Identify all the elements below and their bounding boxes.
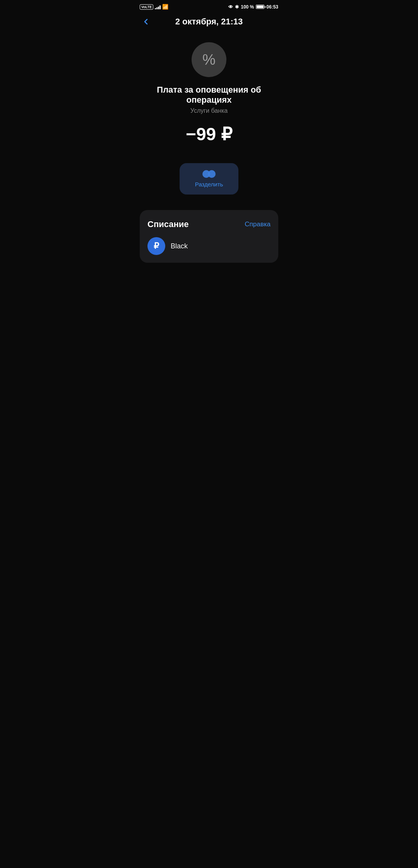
split-label: Разделить <box>195 181 223 188</box>
svg-point-1 <box>208 170 216 178</box>
bottom-space <box>134 263 284 340</box>
debit-account: ₽ Black <box>147 237 271 255</box>
battery-percent: 100 % <box>241 4 254 10</box>
bluetooth-icon: ✱ <box>235 4 239 10</box>
merchant-name: Плата за оповещения об операциях <box>141 85 277 105</box>
help-link[interactable]: Справка <box>245 220 271 228</box>
status-bar: VoLTE 📶 👁 ✱ 100 % 06:53 <box>134 0 284 12</box>
status-left: VoLTE 📶 <box>140 4 168 10</box>
volte-badge: VoLTE <box>140 4 153 10</box>
signal-bars <box>155 5 161 9</box>
split-icon <box>202 170 216 178</box>
merchant-section: % Плата за оповещения об операциях Услуг… <box>134 34 284 163</box>
split-section: Разделить <box>134 163 284 195</box>
page-title: 2 октября, 21:13 <box>175 17 243 27</box>
split-button[interactable]: Разделить <box>180 163 239 195</box>
percent-icon: % <box>202 52 216 68</box>
eye-icon: 👁 <box>228 4 233 10</box>
debit-title: Списание <box>147 219 189 229</box>
account-icon: ₽ <box>147 237 165 255</box>
page-header: 2 октября, 21:13 <box>134 12 284 34</box>
debit-card: Списание Справка ₽ Black <box>140 210 278 263</box>
time-display: 06:53 <box>266 4 278 10</box>
wifi-icon: 📶 <box>162 4 168 10</box>
debit-card-header: Списание Справка <box>147 219 271 229</box>
status-right: 👁 ✱ 100 % 06:53 <box>228 4 278 10</box>
account-name: Black <box>171 242 188 250</box>
merchant-icon: % <box>192 42 226 77</box>
back-button[interactable] <box>141 17 151 26</box>
battery-icon <box>256 5 264 9</box>
transaction-amount: −99 ₽ <box>186 124 232 145</box>
merchant-category: Услуги банка <box>190 107 228 114</box>
ruble-symbol: ₽ <box>154 241 159 251</box>
